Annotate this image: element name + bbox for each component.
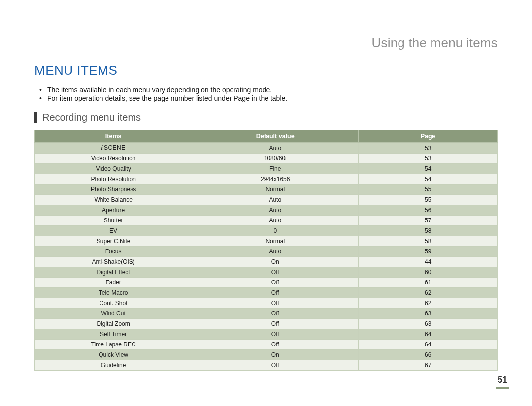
- cell-item-label: Self Timer: [100, 331, 127, 338]
- cell-item-label: Focus: [105, 248, 122, 255]
- cell-page: 58: [359, 226, 498, 236]
- col-header-items: Items: [35, 130, 192, 143]
- cell-item: Quick View: [35, 350, 192, 360]
- cell-page: 59: [359, 247, 498, 257]
- cell-item: Fader: [35, 278, 192, 288]
- cell-item: EV: [35, 226, 192, 236]
- cell-item-label: Super C.Nite: [97, 238, 131, 245]
- cell-item-label: Quick View: [99, 351, 128, 358]
- i-scene-icon: i: [101, 144, 103, 151]
- page-number-value: 51: [493, 375, 512, 385]
- cell-item: Digital Effect: [35, 267, 192, 278]
- table-row: ApertureAuto56: [35, 205, 498, 216]
- note-item: The items available in each menu vary de…: [39, 85, 498, 94]
- table-row: Quick ViewOn66: [35, 350, 498, 360]
- cell-page: 53: [359, 154, 498, 164]
- cell-page: 62: [359, 298, 498, 309]
- cell-item-label: Tele Macro: [99, 289, 128, 296]
- cell-default: Auto: [192, 205, 359, 216]
- cell-default: Fine: [192, 164, 359, 174]
- cell-default: Auto: [192, 247, 359, 257]
- cell-item-label: Digital Zoom: [97, 320, 130, 327]
- cell-item-label: Shutter: [104, 217, 123, 224]
- cell-default: Off: [192, 298, 359, 309]
- cell-item-label: SCENE: [104, 144, 126, 151]
- cell-default: Off: [192, 340, 359, 350]
- cell-page: 53: [359, 143, 498, 154]
- table-row: Video QualityFine54: [35, 164, 498, 174]
- cell-item-label: EV: [109, 227, 117, 234]
- cell-page: 57: [359, 216, 498, 226]
- cell-item: Digital Zoom: [35, 319, 192, 329]
- cell-default: Off: [192, 360, 359, 371]
- cell-item-label: Cont. Shot: [100, 300, 128, 307]
- cell-page: 66: [359, 350, 498, 360]
- cell-item-label: Guideline: [101, 362, 126, 369]
- cell-item-label: Time Lapse REC: [91, 341, 136, 348]
- cell-default: Normal: [192, 236, 359, 247]
- cell-item: Cont. Shot: [35, 298, 192, 309]
- table-row: Photo Resolution2944x165654: [35, 174, 498, 185]
- cell-page: 62: [359, 288, 498, 298]
- cell-page: 64: [359, 340, 498, 350]
- cell-item-label: Aperture: [102, 207, 125, 214]
- cell-default: Off: [192, 319, 359, 329]
- cell-default: Auto: [192, 216, 359, 226]
- cell-item-label: Anti-Shake(OIS): [92, 258, 134, 265]
- cell-item-label: Fader: [105, 279, 121, 286]
- cell-default: Normal: [192, 185, 359, 195]
- cell-item-label: Photo Sharpness: [91, 186, 136, 193]
- cell-item-label: Photo Resolution: [91, 176, 135, 183]
- cell-page: 58: [359, 236, 498, 247]
- table-row: Time Lapse RECOff64: [35, 340, 498, 350]
- cell-item: Video Quality: [35, 164, 192, 174]
- cell-default: 1080/60i: [192, 154, 359, 164]
- cell-page: 64: [359, 329, 498, 340]
- table-row: iSCENEAuto53: [35, 143, 498, 154]
- cell-item: Guideline: [35, 360, 192, 371]
- table-row: Anti-Shake(OIS)On44: [35, 257, 498, 267]
- subsection-title: Recording menu items: [42, 112, 141, 123]
- cell-item: iSCENE: [35, 143, 192, 154]
- cell-item-label: Video Quality: [96, 165, 131, 172]
- table-row: Tele MacroOff62: [35, 288, 498, 298]
- cell-item-label: Wind Cut: [101, 310, 125, 317]
- cell-page: 44: [359, 257, 498, 267]
- col-header-page: Page: [359, 130, 498, 143]
- cell-default: On: [192, 257, 359, 267]
- cell-page: 55: [359, 195, 498, 205]
- page-number-underline-icon: [496, 387, 509, 389]
- cell-item-label: White Balance: [94, 196, 132, 203]
- cell-default: Auto: [192, 143, 359, 154]
- table-row: EV058: [35, 226, 498, 236]
- cell-default: 2944x1656: [192, 174, 359, 185]
- table-header-row: Items Default value Page: [35, 130, 498, 143]
- col-header-default: Default value: [192, 130, 359, 143]
- table-row: Cont. ShotOff62: [35, 298, 498, 309]
- section-title: MENU ITEMS: [34, 63, 498, 78]
- cell-page: 61: [359, 278, 498, 288]
- cell-page: 67: [359, 360, 498, 371]
- divider-top: [34, 54, 498, 54]
- subsection-bar-icon: [34, 112, 37, 123]
- table-row: Wind CutOff63: [35, 309, 498, 319]
- cell-default: Off: [192, 267, 359, 278]
- cell-item: White Balance: [35, 195, 192, 205]
- cell-item-label: Video Resolution: [91, 155, 136, 162]
- cell-page: 55: [359, 185, 498, 195]
- subsection-heading: Recording menu items: [34, 112, 498, 123]
- cell-item: Self Timer: [35, 329, 192, 340]
- note-item: For item operation details, see the page…: [39, 94, 498, 103]
- cell-item: Anti-Shake(OIS): [35, 257, 192, 267]
- cell-item: Aperture: [35, 205, 192, 216]
- table-row: Self TimerOff64: [35, 329, 498, 340]
- cell-page: 56: [359, 205, 498, 216]
- cell-item: Photo Resolution: [35, 174, 192, 185]
- cell-page: 54: [359, 174, 498, 185]
- cell-item: Tele Macro: [35, 288, 192, 298]
- table-row: White BalanceAuto55: [35, 195, 498, 205]
- cell-item: Shutter: [35, 216, 192, 226]
- cell-default: Auto: [192, 195, 359, 205]
- cell-default: Off: [192, 309, 359, 319]
- cell-page: 60: [359, 267, 498, 278]
